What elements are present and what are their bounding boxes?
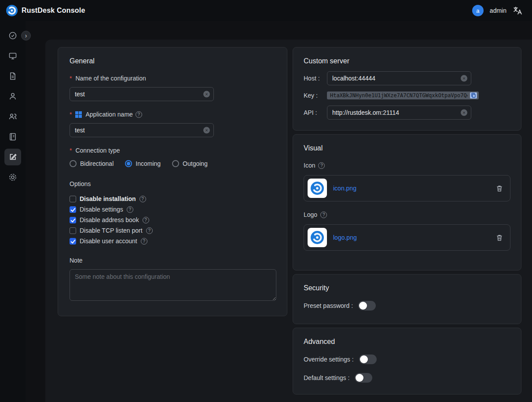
radio-icon[interactable]	[172, 160, 179, 167]
config-name-input[interactable]	[70, 87, 214, 101]
checkbox-icon[interactable]	[70, 206, 76, 213]
avatar[interactable]: a	[472, 5, 484, 16]
logo-thumbnail	[308, 228, 327, 247]
clear-icon[interactable]: ×	[461, 75, 467, 82]
brand: RustDesk Console	[6, 5, 85, 16]
override-settings-label: Override settings :	[304, 356, 354, 363]
help-icon[interactable]: ?	[127, 206, 133, 213]
sidebar-item-settings[interactable]	[4, 169, 21, 186]
radio-icon[interactable]	[70, 160, 77, 167]
required-icon: *	[70, 111, 72, 118]
custom-server-title: Custom server	[304, 57, 510, 65]
help-icon[interactable]: ?	[136, 111, 142, 118]
security-card: Security Preset password :	[293, 274, 521, 324]
visual-card: Visual Icon ? icon.png	[293, 134, 521, 270]
default-settings-label: Default settings :	[304, 374, 349, 381]
clear-icon[interactable]: ×	[461, 110, 467, 116]
option-disable-tcp-listen-port[interactable]: Disable TCP listen port ?	[70, 227, 275, 234]
radio-icon[interactable]	[125, 160, 132, 167]
icon-file-row: icon.png	[304, 175, 510, 201]
help-icon[interactable]: ?	[139, 196, 146, 202]
option-disable-user-account[interactable]: Disable user account ?	[70, 238, 275, 245]
edit-square-icon	[8, 153, 17, 161]
general-title: General	[70, 57, 275, 65]
windows-logo-icon	[75, 111, 82, 118]
sidebar-item-address-book[interactable]	[4, 128, 21, 145]
checkbox-icon[interactable]	[70, 217, 76, 223]
monitor-icon	[8, 51, 17, 60]
visual-title: Visual	[304, 144, 510, 152]
icon-label: Icon ?	[304, 162, 510, 169]
key-value-chip: HtaXBkJNHyn0e1U1jWXze7A7CN7QTGWqxkOtpaVp…	[327, 91, 479, 99]
custom-server-card: Custom server Host : × Key : HtaXBkJNHyn…	[293, 47, 521, 131]
option-disable-settings[interactable]: Disable settings ?	[70, 206, 275, 213]
icon-thumbnail	[308, 179, 327, 198]
main-content: General * Name of the configuration × * …	[45, 40, 532, 402]
file-text-icon	[8, 72, 17, 80]
application-name-label: * Application name ?	[70, 111, 275, 118]
sidebar-item-custom-client[interactable]	[4, 149, 21, 165]
clear-icon[interactable]: ×	[203, 127, 210, 134]
options-label: Options	[70, 180, 275, 187]
circle-check-icon	[8, 31, 17, 40]
security-title: Security	[304, 284, 510, 292]
trash-icon[interactable]	[496, 234, 503, 241]
help-icon[interactable]: ?	[143, 217, 149, 223]
help-icon[interactable]: ?	[141, 238, 147, 245]
sidebar-item-users[interactable]	[4, 88, 21, 105]
icon-file-link[interactable]: icon.png	[333, 185, 490, 192]
note-label: Note	[70, 257, 275, 264]
checkbox-icon[interactable]	[70, 227, 76, 234]
topbar: RustDesk Console a admin	[0, 0, 532, 21]
override-settings-toggle[interactable]	[359, 354, 377, 364]
default-settings-toggle[interactable]	[355, 373, 372, 383]
options-group: Disable installation ? Disable settings …	[70, 195, 275, 245]
preset-password-toggle[interactable]	[358, 301, 376, 311]
application-name-input[interactable]	[70, 123, 214, 137]
advanced-title: Advanced	[304, 338, 510, 346]
app-title: RustDesk Console	[22, 7, 85, 15]
key-label: Key :	[304, 92, 327, 99]
user-icon	[8, 92, 17, 101]
connection-type-label: * Connection type	[70, 147, 275, 154]
advanced-card: Advanced Override settings : Default set…	[293, 328, 521, 395]
sidebar-item-groups[interactable]	[4, 108, 21, 125]
sidebar-item-status[interactable]	[4, 27, 21, 44]
host-input[interactable]	[327, 71, 471, 85]
host-label: Host :	[304, 75, 327, 82]
option-disable-installation[interactable]: Disable installation ?	[70, 195, 275, 202]
trash-icon[interactable]	[496, 185, 503, 192]
required-icon: *	[70, 75, 72, 82]
sidebar-item-devices[interactable]	[4, 48, 21, 64]
sidebar	[0, 21, 26, 402]
required-icon: *	[70, 147, 72, 154]
copy-icon[interactable]	[470, 92, 477, 99]
sidebar-expand-button[interactable]: ›	[21, 31, 31, 40]
logo-label: Logo ?	[304, 211, 510, 218]
logo-file-link[interactable]: logo.png	[333, 234, 490, 241]
api-label: API :	[304, 109, 327, 116]
api-input[interactable]	[327, 106, 471, 120]
radio-incoming[interactable]: Incoming	[125, 160, 161, 167]
rustdesk-logo-icon	[6, 5, 18, 16]
radio-bidirectional[interactable]: Bidirectional	[70, 160, 114, 167]
checkbox-icon[interactable]	[70, 196, 76, 202]
help-icon[interactable]: ?	[318, 162, 325, 169]
note-textarea[interactable]	[70, 269, 276, 301]
key-value: HtaXBkJNHyn0e1U1jWXze7A7CN7QTGWqxkOtpaVp…	[330, 92, 468, 99]
gear-icon	[8, 173, 17, 182]
users-group-icon	[8, 112, 17, 121]
connection-type-group: Bidirectional Incoming Outgoing	[70, 160, 275, 167]
book-icon	[8, 132, 17, 141]
checkbox-icon[interactable]	[70, 238, 76, 245]
translate-icon[interactable]	[513, 6, 522, 15]
option-disable-address-book[interactable]: Disable address book ?	[70, 216, 275, 223]
clear-icon[interactable]: ×	[203, 91, 210, 98]
logo-file-row: logo.png	[304, 224, 510, 251]
radio-outgoing[interactable]: Outgoing	[172, 160, 208, 167]
username[interactable]: admin	[490, 7, 506, 14]
help-icon[interactable]: ?	[320, 212, 327, 218]
help-icon[interactable]: ?	[146, 227, 153, 234]
preset-password-label: Preset password :	[304, 302, 353, 309]
sidebar-item-audit[interactable]	[4, 68, 21, 84]
